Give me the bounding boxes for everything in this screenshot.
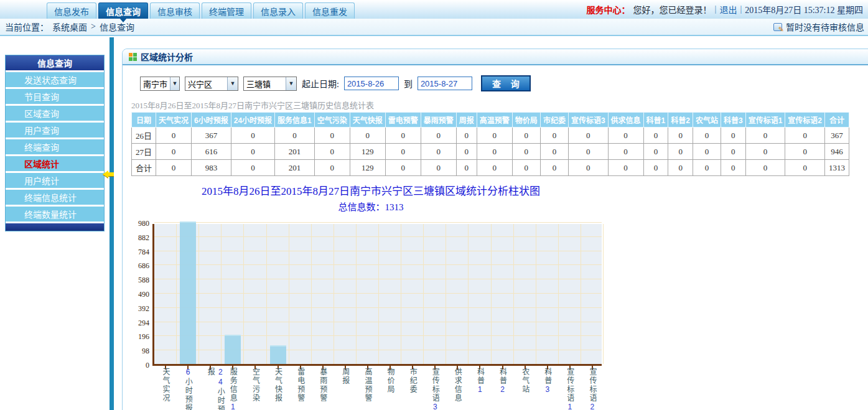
sidebar-footer (6, 223, 104, 231)
table-cell: 27日 (132, 144, 156, 160)
y-axis-tick: 98 (142, 347, 149, 356)
x-axis-label: 天气快报 (273, 368, 283, 403)
breadcrumb-separator: > (91, 22, 96, 32)
sidebar-item-user-stats[interactable]: 用户统计 (6, 173, 104, 190)
table-header-cell: 雷电预警 (385, 113, 421, 128)
table-cell: 0 (314, 160, 350, 176)
table-cell: 0 (668, 144, 693, 160)
sidebar-item-terminal-info-stats[interactable]: 终端信息统计 (6, 190, 104, 207)
chart-subtitle: 总信息数：1313 (131, 200, 610, 213)
x-axis-label: 周报 (340, 368, 350, 385)
table-header-cell: 高温预警 (477, 113, 512, 128)
document-pencil-icon (773, 23, 782, 31)
city-select[interactable]: 南宁市 ▼ (140, 77, 180, 91)
table-cell: 0 (456, 128, 477, 144)
table-cell: 0 (668, 128, 693, 144)
plot (152, 224, 602, 366)
table-cell: 0 (477, 160, 512, 176)
table-cell: 0 (608, 128, 643, 144)
y-axis-tick: 686 (138, 261, 149, 271)
table-caption: 2015年8月26日至2015年8月27日南宁市兴宁区三塘镇历史信息统计表 (131, 99, 868, 111)
sidebar-item-send-status-query[interactable]: 发送状态查询 (6, 72, 104, 89)
table-header-cell: 科普1 (643, 113, 668, 128)
datetime-text: 2015年8月27日 15:37:12 星期四 (745, 3, 863, 16)
y-axis-tick: 392 (138, 304, 149, 314)
y-axis-tick: 588 (138, 276, 149, 285)
table-cell: 0 (231, 144, 274, 160)
bar (270, 345, 286, 364)
x-axis-label: 雷电预警 (296, 368, 306, 403)
session-info: 服务中心： 您好，您已经登录！ | 退出 | 2015年8月27日 15:37:… (587, 0, 863, 19)
table-cell: 0 (231, 128, 274, 144)
x-axis-label: 高温预警 (363, 368, 373, 403)
separator: | (715, 4, 717, 14)
arrow-tail (108, 172, 114, 176)
table-cell: 0 (421, 128, 456, 144)
table-cell: 0 (785, 144, 825, 160)
table-cell: 129 (350, 144, 385, 160)
pending-review-notice: 暂时没有待审核信息 (773, 21, 864, 33)
query-button[interactable]: 查 询 (481, 75, 531, 91)
date-from-input[interactable] (344, 77, 399, 90)
y-axis-tick: 490 (138, 290, 149, 299)
table-cell: 0 (456, 160, 477, 176)
sidebar-item-terminal-count-stats[interactable]: 终端数量统计 (6, 207, 104, 223)
table-header-cell: 宣传标语3 (568, 113, 608, 128)
district-select[interactable]: 兴宁区 ▼ (185, 77, 238, 91)
city-select-value: 南宁市 (141, 78, 170, 90)
table-cell: 0 (231, 160, 274, 176)
x-axis-label: 宣传标语3 (430, 368, 440, 410)
content-panel: 区域统计分析 南宁市 ▼ 兴宁区 ▼ 三塘镇 ▼ 起止日期: 到 查 询 201… (122, 49, 868, 410)
sidebar-item-program-query[interactable]: 节目查询 (6, 89, 104, 106)
nav-tab-info-review[interactable]: 信息审核 (150, 2, 200, 19)
table-cell: 0 (540, 160, 568, 176)
table-header-cell: 宣传标语1 (745, 113, 785, 128)
table-cell: 0 (156, 160, 192, 176)
nav-tab-info-query[interactable]: 信息查询 (98, 2, 148, 19)
date-to-input[interactable] (418, 77, 472, 90)
sidebar-item-terminal-query[interactable]: 终端查询 (6, 139, 104, 156)
sidebar-collapse-arrow[interactable] (103, 170, 114, 178)
logout-link[interactable]: 退出 (719, 3, 737, 16)
town-select[interactable]: 三塘镇 ▼ (243, 77, 297, 91)
top-nav-bar: 信息发布信息查询信息审核终端管理信息录入信息重发 服务中心： 您好，您已经登录！… (0, 0, 868, 19)
gridline (334, 224, 334, 364)
table-cell: 0 (693, 128, 721, 144)
gridline (266, 224, 267, 364)
table-cell: 0 (608, 160, 643, 176)
filter-row: 南宁市 ▼ 兴宁区 ▼ 三塘镇 ▼ 起止日期: 到 查 询 (140, 75, 868, 91)
table-cell: 983 (192, 160, 231, 176)
nav-tab-info-entry[interactable]: 信息录入 (253, 2, 303, 19)
x-axis-label: 物价局 (385, 368, 395, 394)
table-cell: 0 (745, 128, 785, 144)
table-cell: 616 (192, 144, 231, 160)
table-cell: 0 (512, 144, 540, 160)
x-axis-label: 科普1 (475, 368, 485, 395)
breadcrumb: 当前位置： 系统桌面 > 信息查询 (5, 21, 134, 33)
table-cell: 0 (156, 128, 192, 144)
table-cell: 946 (825, 144, 849, 160)
gridline (491, 224, 492, 364)
table-header-cell: 暴雨预警 (421, 113, 456, 128)
table-cell: 0 (568, 128, 608, 144)
table-cell: 0 (568, 144, 608, 160)
gridline (243, 224, 244, 364)
x-axis-label: 6小时预报 (183, 368, 193, 410)
table-cell: 0 (314, 128, 350, 144)
x-axis-label: 科普2 (498, 368, 508, 395)
table-header-cell: 天气快报 (350, 113, 385, 128)
sidebar-item-region-stats[interactable]: 区域统计 (6, 156, 104, 173)
breadcrumb-root[interactable]: 系统桌面 (52, 21, 87, 33)
nav-tab-info-publish[interactable]: 信息发布 (47, 2, 96, 19)
table-cell: 0 (745, 160, 785, 176)
sidebar-item-user-query[interactable]: 用户查询 (6, 123, 104, 139)
table-cell: 0 (156, 144, 192, 160)
sidebar: 信息查询 发送状态查询节目查询区域查询用户查询终端查询区域统计用户统计终端信息统… (5, 55, 105, 231)
sidebar-items: 发送状态查询节目查询区域查询用户查询终端查询区域统计用户统计终端信息统计终端数量… (6, 72, 104, 223)
table-cell: 0 (643, 144, 668, 160)
nav-tab-info-resend[interactable]: 信息重发 (305, 2, 355, 19)
date-range-label: 起止日期: (302, 77, 339, 90)
sidebar-item-region-query[interactable]: 区域查询 (6, 106, 104, 123)
breadcrumb-current[interactable]: 信息查询 (100, 21, 134, 33)
nav-tab-terminal-manage[interactable]: 终端管理 (202, 2, 251, 19)
